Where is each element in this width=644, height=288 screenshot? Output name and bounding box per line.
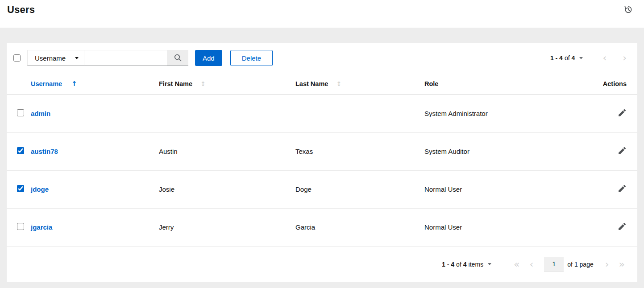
select-all-checkbox[interactable]	[13, 54, 21, 62]
users-table: Username ↑ First Name ↕ Last Name ↕ Ro	[7, 73, 637, 247]
first-name-cell: Jerry	[159, 208, 295, 246]
page-title: Users	[7, 4, 35, 16]
sort-ascending-icon[interactable]: ↑	[71, 80, 77, 88]
first-name-cell: Josie	[159, 170, 295, 208]
delete-button[interactable]: Delete	[230, 50, 273, 66]
column-header-label: Username	[31, 80, 62, 87]
row-checkbox[interactable]	[17, 109, 24, 116]
pagination-summary-top[interactable]: 1 - 4 of 4	[550, 54, 583, 62]
column-header-role: Role	[424, 73, 579, 95]
pagination-range: 1 - 4	[442, 261, 454, 268]
table-row: jdoge Josie Doge Normal User	[7, 170, 637, 208]
table-row: jgarcia Jerry Garcia Normal User	[7, 208, 637, 246]
last-name-cell: Garcia	[295, 208, 424, 246]
search-icon	[174, 54, 182, 62]
caret-down-icon	[579, 57, 583, 59]
prev-page-button[interactable]: ‹	[530, 259, 534, 269]
edit-user-button[interactable]	[618, 184, 627, 194]
history-icon[interactable]	[624, 5, 632, 15]
users-page: Users Username	[0, 0, 644, 288]
next-page-button-top[interactable]: ›	[623, 53, 627, 63]
column-header-label: Last Name	[295, 80, 328, 87]
pagination-top: 1 - 4 of 4 ‹ ›	[550, 53, 627, 63]
last-name-cell: Texas	[295, 132, 424, 170]
column-header-label: Actions	[603, 80, 627, 87]
pagination-summary-bottom[interactable]: 1 - 4 of 4 items	[442, 261, 491, 268]
edit-user-button[interactable]	[618, 146, 627, 156]
search-filter-group: Username	[27, 50, 188, 66]
table-row: austin78 Austin Texas System Auditor	[7, 132, 637, 170]
top-bar: Users	[0, 0, 644, 28]
sort-icon[interactable]: ↕	[200, 80, 206, 87]
table-row: admin System Administrator	[7, 95, 637, 132]
search-button[interactable]	[167, 50, 188, 66]
row-checkbox[interactable]	[17, 185, 24, 192]
toolbar: Username Add Delete 1 - 4	[7, 43, 637, 73]
row-checkbox[interactable]	[17, 147, 24, 154]
add-button[interactable]: Add	[195, 50, 222, 66]
page-count-label: of 1 page	[567, 261, 593, 268]
search-key-select-value: Username	[35, 54, 66, 62]
search-input[interactable]	[84, 50, 167, 66]
first-page-button[interactable]: «	[514, 259, 519, 269]
username-link[interactable]: jgarcia	[31, 223, 52, 231]
current-page-input[interactable]	[544, 257, 564, 272]
prev-page-button-top[interactable]: ‹	[602, 53, 607, 63]
role-cell: System Auditor	[424, 132, 579, 170]
last-name-cell	[295, 95, 424, 132]
caret-down-icon	[75, 57, 79, 59]
first-name-cell: Austin	[159, 132, 295, 170]
role-cell: System Administrator	[424, 95, 579, 132]
role-cell: Normal User	[424, 170, 579, 208]
pagination-of-label: of	[456, 261, 461, 268]
column-header-first-name[interactable]: First Name ↕	[159, 73, 295, 95]
edit-user-button[interactable]	[618, 108, 627, 119]
role-cell: Normal User	[424, 208, 579, 246]
search-key-select[interactable]: Username	[27, 50, 84, 66]
pagination-bottom: 1 - 4 of 4 items « ‹ of 1 page › »	[7, 247, 637, 283]
last-page-button[interactable]: »	[619, 259, 625, 269]
sort-icon[interactable]: ↕	[336, 80, 341, 87]
pagination-range: 1 - 4	[550, 54, 563, 62]
pencil-edit-icon	[619, 109, 626, 116]
column-header-username[interactable]: Username ↑	[31, 73, 159, 95]
pencil-edit-icon	[619, 223, 626, 230]
column-header-actions: Actions	[579, 73, 637, 95]
column-header-label: Role	[424, 80, 438, 87]
table-header-row: Username ↑ First Name ↕ Last Name ↕ Ro	[7, 73, 637, 95]
pagination-total: 4	[572, 54, 575, 62]
pagination-total: 4	[463, 261, 467, 268]
last-name-cell: Doge	[295, 170, 424, 208]
page-content: Username Add Delete 1 - 4	[0, 28, 644, 282]
next-page-button[interactable]: ›	[605, 259, 609, 269]
column-header-last-name[interactable]: Last Name ↕	[295, 73, 424, 95]
history-icon-glyph	[624, 5, 632, 14]
row-checkbox[interactable]	[17, 223, 24, 230]
pagination-of-label: of	[565, 54, 570, 62]
header-checkbox-spacer	[7, 73, 31, 95]
pagination-items-label: items	[469, 261, 483, 268]
pencil-edit-icon	[619, 185, 626, 192]
edit-user-button[interactable]	[618, 222, 627, 232]
username-link[interactable]: jdoge	[31, 185, 49, 193]
users-card: Username Add Delete 1 - 4	[7, 43, 637, 282]
first-name-cell	[159, 95, 295, 132]
caret-down-icon	[488, 263, 491, 265]
column-header-label: First Name	[159, 80, 192, 87]
pencil-edit-icon	[619, 147, 626, 154]
username-link[interactable]: admin	[31, 110, 50, 117]
username-link[interactable]: austin78	[31, 148, 58, 155]
